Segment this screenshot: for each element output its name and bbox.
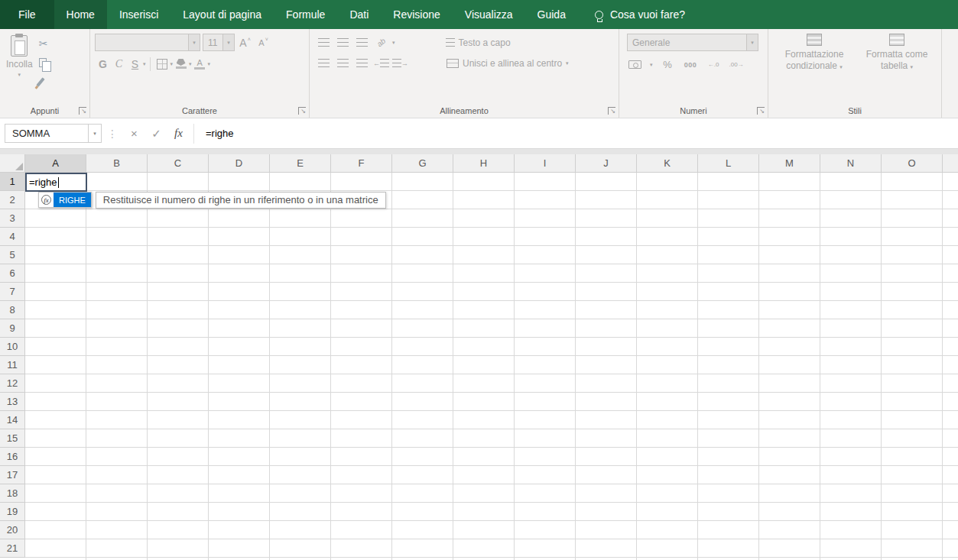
accounting-format-button[interactable] xyxy=(627,57,643,73)
column-header-partial[interactable] xyxy=(943,154,958,173)
shrink-font-button[interactable]: A˅ xyxy=(255,34,271,50)
bold-button[interactable]: G xyxy=(95,56,111,72)
font-size-dropdown-icon[interactable]: ▾ xyxy=(222,34,234,50)
grow-font-button[interactable]: A˄ xyxy=(237,34,253,50)
cells-area[interactable]: =righe fx RIGHE Restituisce il numero di… xyxy=(25,173,958,560)
underline-button[interactable]: S xyxy=(127,56,143,72)
align-bottom-button[interactable] xyxy=(354,34,370,50)
tab-home[interactable]: Home xyxy=(54,0,107,29)
row-header-16[interactable]: 16 xyxy=(0,448,25,466)
tab-file[interactable]: File xyxy=(0,0,54,29)
tab-revisione[interactable]: Revisione xyxy=(381,0,452,29)
cut-button[interactable]: ✂ xyxy=(39,37,52,50)
tab-visualizza[interactable]: Visualizza xyxy=(453,0,525,29)
font-name-dropdown-icon[interactable]: ▾ xyxy=(188,34,200,50)
font-size-combo[interactable]: 11 ▾ xyxy=(203,34,235,51)
align-top-button[interactable] xyxy=(316,34,332,50)
tab-guida[interactable]: Guida xyxy=(525,0,578,29)
merge-center-button[interactable]: Unisci e allinea al centro ▾ xyxy=(447,58,569,69)
column-header-L[interactable]: L xyxy=(698,154,759,173)
percent-style-button[interactable]: % xyxy=(660,57,676,73)
column-header-F[interactable]: F xyxy=(331,154,392,173)
name-box[interactable]: SOMMA xyxy=(5,124,89,143)
comma-style-button[interactable]: 000 xyxy=(683,57,699,73)
number-format-combo[interactable]: Generale ▾ xyxy=(627,34,758,51)
align-center-button[interactable] xyxy=(335,55,351,71)
tab-formule[interactable]: Formule xyxy=(274,0,337,29)
increase-indent-button[interactable]: → xyxy=(392,55,408,71)
autocomplete-item-righe[interactable]: fx RIGHE xyxy=(38,192,92,208)
column-header-D[interactable]: D xyxy=(209,154,270,173)
conditional-formatting-button[interactable]: Formattazione condizionale ▾ xyxy=(775,34,854,73)
column-header-I[interactable]: I xyxy=(515,154,576,173)
name-box-dropdown-icon[interactable]: ▾ xyxy=(89,124,102,143)
fill-color-button[interactable] xyxy=(173,56,189,72)
column-header-B[interactable]: B xyxy=(86,154,148,173)
align-right-button[interactable] xyxy=(354,55,370,71)
decrease-decimal-button[interactable]: .00→ xyxy=(729,57,745,73)
row-header-13[interactable]: 13 xyxy=(0,393,25,411)
column-header-J[interactable]: J xyxy=(576,154,637,173)
confirm-entry-button[interactable]: ✓ xyxy=(145,124,167,143)
column-header-K[interactable]: K xyxy=(637,154,698,173)
underline-dropdown-icon[interactable]: ▾ xyxy=(143,61,146,67)
format-as-table-button[interactable]: Formatta come tabella ▾ xyxy=(857,34,937,73)
tab-inserisci[interactable]: Inserisci xyxy=(107,0,170,29)
borders-button[interactable] xyxy=(154,56,170,72)
align-left-button[interactable] xyxy=(316,55,332,71)
format-painter-button[interactable] xyxy=(39,75,52,89)
orientation-button[interactable]: ab xyxy=(373,34,389,50)
column-header-M[interactable]: M xyxy=(759,154,820,173)
number-dialog-launcher[interactable]: ↘ xyxy=(757,107,765,115)
increase-decimal-button[interactable]: ←.0 xyxy=(706,57,722,73)
row-header-20[interactable]: 20 xyxy=(0,521,25,539)
row-header-17[interactable]: 17 xyxy=(0,466,25,484)
row-header-15[interactable]: 15 xyxy=(0,429,25,448)
row-header-19[interactable]: 19 xyxy=(0,503,25,521)
font-name-combo[interactable]: ▾ xyxy=(95,34,200,51)
column-header-G[interactable]: G xyxy=(392,154,453,173)
active-cell-a1[interactable]: =righe xyxy=(25,173,87,192)
row-header-10[interactable]: 10 xyxy=(0,338,25,356)
tell-me-box[interactable]: Cosa vuoi fare? xyxy=(595,0,685,29)
column-header-O[interactable]: O xyxy=(882,154,943,173)
row-header-5[interactable]: 5 xyxy=(0,246,25,264)
font-color-dropdown-icon[interactable]: ▾ xyxy=(208,61,211,67)
copy-button[interactable]: ▾ xyxy=(39,56,52,70)
italic-button[interactable]: C xyxy=(111,56,127,72)
row-header-4[interactable]: 4 xyxy=(0,228,25,246)
column-header-H[interactable]: H xyxy=(453,154,515,173)
row-header-12[interactable]: 12 xyxy=(0,374,25,393)
column-header-C[interactable]: C xyxy=(148,154,209,173)
row-header-9[interactable]: 9 xyxy=(0,319,25,338)
row-header-3[interactable]: 3 xyxy=(0,209,25,228)
column-header-N[interactable]: N xyxy=(820,154,882,173)
column-header-A[interactable]: A xyxy=(25,154,86,173)
row-header-14[interactable]: 14 xyxy=(0,411,25,429)
number-format-dropdown-icon[interactable]: ▾ xyxy=(746,34,758,50)
formula-bar-drag-handle[interactable]: ⋮ xyxy=(107,128,118,140)
font-color-button[interactable]: A xyxy=(192,56,208,72)
formula-input[interactable]: =righe xyxy=(206,128,958,139)
row-header-21[interactable]: 21 xyxy=(0,539,25,558)
insert-function-button[interactable]: fx xyxy=(167,124,190,143)
select-all-corner[interactable] xyxy=(0,154,25,173)
column-header-E[interactable]: E xyxy=(270,154,331,173)
accounting-dropdown-icon[interactable]: ▾ xyxy=(650,62,653,68)
decrease-indent-button[interactable]: ← xyxy=(373,55,389,71)
font-dialog-launcher[interactable]: ↘ xyxy=(298,107,306,115)
cell-styles-button-partial[interactable]: St cell xyxy=(948,34,958,72)
row-header-6[interactable]: 6 xyxy=(0,264,25,283)
alignment-dialog-launcher[interactable]: ↘ xyxy=(608,107,615,115)
wrap-text-button[interactable]: Testo a capo xyxy=(446,37,511,48)
tab-dati[interactable]: Dati xyxy=(337,0,381,29)
row-header-2[interactable]: 2 xyxy=(0,191,25,209)
cancel-entry-button[interactable]: × xyxy=(123,124,145,143)
align-middle-button[interactable] xyxy=(335,34,351,50)
paste-button[interactable]: Incolla ▾ xyxy=(6,32,33,89)
row-header-7[interactable]: 7 xyxy=(0,283,25,301)
row-header-1[interactable]: 1 xyxy=(0,173,25,191)
row-header-18[interactable]: 18 xyxy=(0,484,25,503)
orientation-dropdown-icon[interactable]: ▾ xyxy=(392,40,395,46)
clipboard-dialog-launcher[interactable]: ↘ xyxy=(79,107,86,115)
